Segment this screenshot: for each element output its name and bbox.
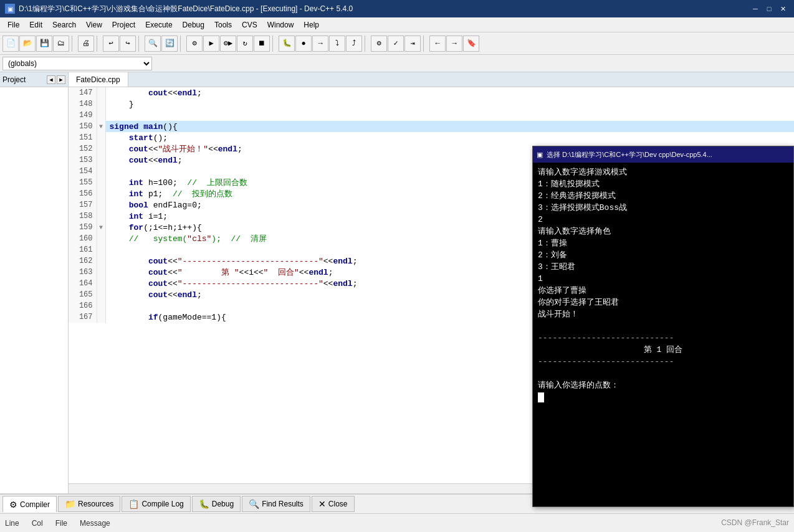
menu-item-view[interactable]: View <box>81 19 107 31</box>
debug-button[interactable]: 🐛 <box>279 36 295 52</box>
terminal-line: 请输入数字选择角色 <box>538 226 788 237</box>
save-all-button[interactable]: 🗂 <box>53 36 69 52</box>
terminal-line: 你选择了曹操 <box>538 285 788 297</box>
run-button[interactable]: ▶ <box>203 36 219 52</box>
menu-item-edit[interactable]: Edit <box>24 19 47 31</box>
table-row: 150▼signed main(){ <box>69 121 794 132</box>
bottom-tab-debug[interactable]: 🐛Debug <box>192 496 241 512</box>
fold-indicator <box>97 143 105 154</box>
new-button[interactable]: 📄 <box>2 36 19 52</box>
line-number: 154 <box>69 166 97 177</box>
forward-button[interactable]: → <box>446 36 462 52</box>
fold-indicator <box>97 267 105 278</box>
terminal-window: ▣ 选择 D:\1编程学习\C和C++学习\Dev cpp\Dev-cpp5.4… <box>532 146 794 507</box>
code-line[interactable]: signed main(){ <box>105 121 794 132</box>
options-button[interactable]: ⚙ <box>371 36 387 52</box>
menu-item-cvs[interactable]: CVS <box>237 19 262 31</box>
status-file: File <box>55 519 67 528</box>
save-button[interactable]: 💾 <box>36 36 52 52</box>
misc-toolbar-group: ⚙ ✓ ⇥ <box>371 36 421 52</box>
scope-dropdown[interactable]: (globals) <box>2 57 152 70</box>
print-toolbar-group: 🖨 <box>78 36 94 52</box>
watermark: CSDN @Frank_Star <box>721 518 789 527</box>
menu-bar: FileEditSearchViewProjectExecuteDebugToo… <box>0 17 794 32</box>
fold-indicator[interactable]: ▼ <box>97 222 105 233</box>
back-button[interactable]: ← <box>429 36 446 52</box>
menu-item-tools[interactable]: Tools <box>209 19 237 31</box>
undo-button[interactable]: ↩ <box>103 36 119 52</box>
line-number: 163 <box>69 267 97 278</box>
project-nav-right[interactable]: ► <box>57 75 65 84</box>
check-button[interactable]: ✓ <box>388 36 404 52</box>
menu-item-window[interactable]: Window <box>262 19 299 31</box>
line-number: 148 <box>69 98 97 110</box>
maximize-button[interactable]: □ <box>763 2 775 15</box>
bottom-tab-close[interactable]: ✕Close <box>312 496 355 512</box>
toolbar: 📄 📂 💾 🗂 🖨 ↩ ↪ 🔍 🔄 ⚙ ▶ ⚙▶ ↻ ⏹ 🐛 ● → ⤵ ⤴ ⚙… <box>0 32 794 55</box>
fold-indicator <box>97 87 105 98</box>
bottom-tab-resources[interactable]: 📁Resources <box>58 496 120 512</box>
line-number: 159 <box>69 222 97 233</box>
line-number: 165 <box>69 289 97 300</box>
main-area: Project ◄ ► FateDice.cpp 147 cout<<endl;… <box>0 72 794 493</box>
minimize-button[interactable]: ─ <box>749 2 762 15</box>
fold-indicator <box>97 132 105 143</box>
compile-button[interactable]: ⚙ <box>186 36 203 52</box>
terminal-line: 2 <box>538 214 788 226</box>
menu-item-search[interactable]: Search <box>47 19 81 31</box>
menu-item-project[interactable]: Project <box>107 19 140 31</box>
tab-fatedicecpp[interactable]: FateDice.cpp <box>69 72 128 87</box>
status-bar: Line Col File Message <box>0 513 794 532</box>
fold-indicator <box>97 154 105 166</box>
file-tabs: FateDice.cpp <box>69 72 794 87</box>
terminal-line: 战斗开始！ <box>538 308 788 320</box>
breakpoint-button[interactable]: ● <box>295 36 312 52</box>
menu-item-debug[interactable]: Debug <box>178 19 209 31</box>
line-number: 147 <box>69 87 97 98</box>
code-line[interactable]: } <box>105 98 794 110</box>
bottom-tab-compiler[interactable]: ⚙Compiler <box>2 496 57 512</box>
bottom-tab-find-results[interactable]: 🔍Find Results <box>242 496 310 512</box>
search-toolbar-group: 🔍 🔄 <box>145 36 178 52</box>
close-button[interactable]: ✕ <box>777 2 789 15</box>
terminal-title-bar: ▣ 选择 D:\1编程学习\C和C++学习\Dev cpp\Dev-cpp5.4… <box>533 146 793 163</box>
line-number: 166 <box>69 300 97 311</box>
compile-toolbar-group: ⚙ ▶ ⚙▶ ↻ ⏹ <box>186 36 270 52</box>
menu-item-file[interactable]: File <box>2 19 24 31</box>
line-number: 158 <box>69 211 97 222</box>
fold-indicator <box>97 199 105 211</box>
code-line[interactable]: cout<<endl; <box>105 87 794 98</box>
project-nav-left[interactable]: ◄ <box>47 75 55 84</box>
redo-button[interactable]: ↪ <box>120 36 136 52</box>
fold-indicator <box>97 188 105 199</box>
find-button[interactable]: 🔍 <box>145 36 161 52</box>
open-button[interactable]: 📂 <box>19 36 36 52</box>
table-row: 149 <box>69 110 794 121</box>
terminal-line: 2：经典选择投掷模式 <box>538 190 788 202</box>
terminal-line: 请输入你选择的点数： <box>538 379 788 391</box>
tab-label: Compiler <box>20 500 50 509</box>
terminal-line: ---------------------------- <box>538 356 788 368</box>
compile-run-button[interactable]: ⚙▶ <box>220 36 236 52</box>
menu-item-help[interactable]: Help <box>299 19 324 31</box>
bottom-tab-compile-log[interactable]: 📋Compile Log <box>122 496 190 512</box>
replace-button[interactable]: 🔄 <box>161 36 178 52</box>
file-toolbar-group: 📄 📂 💾 🗂 <box>2 36 69 52</box>
tab-label: Resources <box>78 500 113 508</box>
fold-indicator[interactable]: ▼ <box>97 121 105 132</box>
rebuild-button[interactable]: ↻ <box>237 36 253 52</box>
app-icon: ▣ <box>5 4 15 14</box>
fold-indicator <box>97 311 105 323</box>
code-line[interactable] <box>105 110 794 121</box>
print-button[interactable]: 🖨 <box>78 36 94 52</box>
fold-indicator <box>97 244 105 255</box>
code-line[interactable]: start(); <box>105 132 794 143</box>
project-panel: Project ◄ ► <box>0 72 69 493</box>
step-out-button[interactable]: ⤴ <box>346 36 362 52</box>
bookmarks-button[interactable]: 🔖 <box>463 36 479 52</box>
step-button[interactable]: → <box>312 36 328 52</box>
stop-button[interactable]: ⏹ <box>254 36 270 52</box>
step-over-button[interactable]: ⤵ <box>329 36 345 52</box>
indent-button[interactable]: ⇥ <box>404 36 421 52</box>
menu-item-execute[interactable]: Execute <box>140 19 177 31</box>
